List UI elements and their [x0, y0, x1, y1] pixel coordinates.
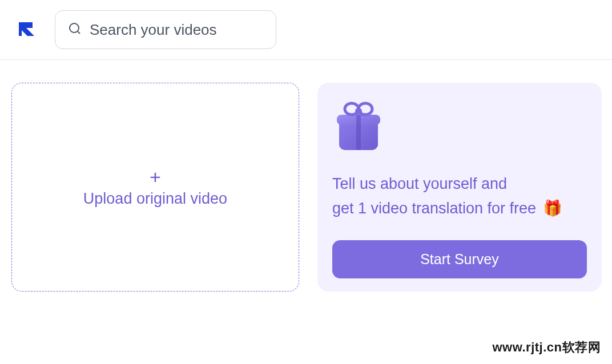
survey-line2: get 1 video translation for free — [332, 200, 536, 217]
upload-video-card[interactable]: + Upload original video — [11, 83, 299, 292]
upload-label: Upload original video — [83, 190, 227, 208]
header — [0, 0, 612, 60]
svg-line-1 — [78, 31, 80, 34]
search-input[interactable] — [90, 21, 263, 39]
survey-card: Tell us about yourself and get 1 video t… — [317, 83, 602, 292]
main-content: + Upload original video — [0, 60, 612, 303]
search-container[interactable] — [55, 10, 276, 49]
survey-text: Tell us about yourself and get 1 video t… — [332, 172, 587, 221]
svg-point-0 — [70, 23, 79, 33]
gift-box-icon — [332, 99, 385, 153]
survey-line1: Tell us about yourself and — [332, 175, 507, 192]
svg-point-7 — [355, 108, 362, 115]
svg-rect-4 — [356, 115, 361, 150]
search-icon — [68, 22, 82, 38]
gift-emoji-icon: 🎁 — [543, 196, 562, 221]
start-survey-button[interactable]: Start Survey — [332, 240, 587, 278]
logo-arrow-icon — [11, 16, 39, 43]
plus-icon: + — [150, 167, 161, 187]
logo[interactable] — [11, 16, 39, 43]
watermark-text: www.rjtj.cn软荐网 — [492, 339, 601, 356]
